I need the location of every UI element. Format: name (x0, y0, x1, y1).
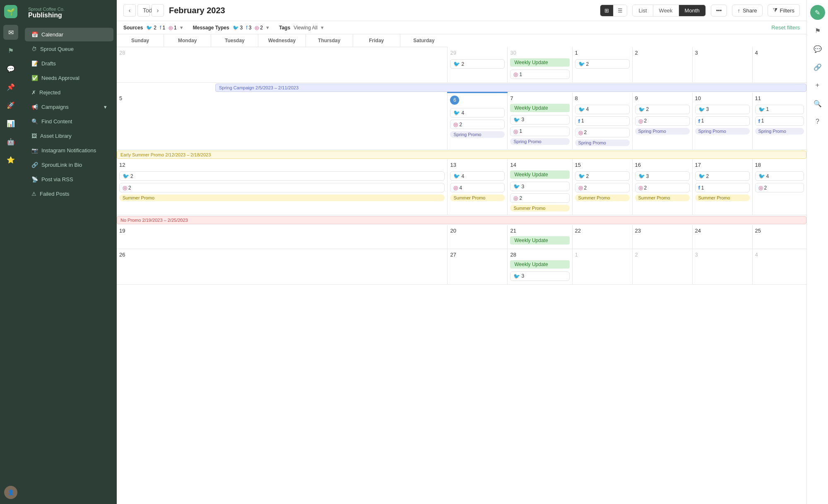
summer-promo-tag[interactable]: Summer Promo (450, 194, 505, 201)
post-badge-tw[interactable]: 🐦 3 (510, 115, 569, 125)
tags-chevron-icon[interactable]: ▾ (321, 24, 324, 31)
next-button[interactable]: › (152, 4, 164, 17)
nav-icon-publishing[interactable]: ✉ (3, 25, 18, 40)
post-badge-ig[interactable]: ◎ 2 (755, 183, 804, 192)
weekly-update-tag[interactable]: Weekly Update (510, 260, 569, 269)
today-button[interactable]: Today (137, 4, 150, 17)
post-badge-tw[interactable]: 🐦 3 (510, 182, 569, 191)
cell-feb-17[interactable]: 17 🐦 2 f 1 Summer Promo (692, 159, 752, 215)
cell-feb-1[interactable]: 1 🐦 2 (572, 47, 632, 83)
add-icon[interactable]: + (810, 78, 825, 93)
sources-chevron-icon[interactable]: ▾ (180, 24, 183, 31)
nav-icon-messages[interactable]: 💬 (3, 61, 18, 76)
cell-feb-14[interactable]: 14 Weekly Update 🐦 3 ◎ 2 Summer Promo (508, 159, 572, 215)
post-badge-tw[interactable]: 🐦 2 (575, 171, 630, 181)
post-badge-ig[interactable]: ◎ 2 (635, 183, 690, 192)
cell-feb-18[interactable]: 18 🐦 4 ◎ 2 (752, 159, 806, 215)
cell-feb-7[interactable]: 7 Weekly Update 🐦 3 ◎ 1 Spring Promo (508, 93, 572, 150)
post-badge-tw[interactable]: 🐦 2 (635, 105, 690, 114)
prev-button[interactable]: ‹ (123, 4, 136, 17)
summer-promo-tag[interactable]: Summer Promo (635, 194, 690, 201)
messages-icon[interactable]: 💬 (810, 41, 825, 56)
post-badge-tw[interactable]: 🐦 4 (450, 171, 505, 181)
post-badge-ig[interactable]: ◎ 4 (450, 183, 505, 192)
cell-jan-28[interactable]: 28 (117, 47, 448, 83)
cell-feb-19[interactable]: 19 (117, 225, 448, 249)
search-icon[interactable]: 🔍 (810, 96, 825, 111)
post-badge-tw[interactable]: 🐦 4 (755, 171, 804, 181)
summer-promo-tag[interactable]: Summer Promo (119, 194, 445, 201)
weekly-update-tag[interactable]: Weekly Update (510, 58, 569, 67)
cell-feb-23[interactable]: 23 (632, 225, 692, 249)
spring-promo-tag[interactable]: Spring Promo (575, 139, 630, 146)
nav-sprout-queue[interactable]: ⏱ Sprout Queue (25, 42, 113, 56)
link-icon[interactable]: 🔗 (810, 60, 825, 74)
nav-needs-approval[interactable]: ✅ Needs Approval (25, 71, 113, 85)
post-badge-tw[interactable]: 🐦 2 (695, 171, 750, 181)
post-badge-ig[interactable]: ◎ 2 (635, 116, 690, 126)
cell-feb-6[interactable]: 6 🐦 4 ◎ 2 Spring Promo (448, 93, 508, 150)
cell-feb-22[interactable]: 22 (572, 225, 632, 249)
compose-button[interactable]: ✎ (810, 5, 825, 20)
nav-sproutlink[interactable]: 🔗 SproutLink in Bio (25, 158, 113, 172)
nav-icon-automation[interactable]: 🤖 (3, 134, 18, 149)
nav-rejected[interactable]: ✗ Rejected (25, 86, 113, 99)
filters-button[interactable]: ⧩ Filters (768, 4, 800, 17)
cell-feb-21[interactable]: 21 Weekly Update (508, 225, 572, 249)
nav-icon-analytics[interactable]: 📊 (3, 116, 18, 131)
cell-feb-8[interactable]: 8 🐦 4 f 1 ◎ 2 Spring Promo (572, 93, 632, 150)
list-tab[interactable]: List (633, 5, 653, 16)
weekly-update-tag[interactable]: Weekly Update (510, 236, 569, 245)
post-badge-tw[interactable]: 🐦 2 (575, 59, 630, 69)
cell-feb-2[interactable]: 2 (632, 47, 692, 83)
nav-calendar[interactable]: 📅 Calendar (25, 28, 113, 41)
nav-failed-posts[interactable]: ⚠ Failed Posts (25, 187, 113, 201)
nav-icon-inbox[interactable]: ⚑ (3, 43, 18, 58)
cell-mar-1[interactable]: 1 (572, 249, 632, 284)
cell-feb-3[interactable]: 3 (692, 47, 752, 83)
summer-promo-tag[interactable]: Summer Promo (510, 205, 569, 211)
month-tab[interactable]: Month (679, 5, 705, 16)
cell-feb-4[interactable]: 4 (752, 47, 806, 83)
post-badge-tw[interactable]: 🐦 1 (755, 105, 804, 114)
post-badge-tw[interactable]: 🐦 3 (510, 271, 569, 281)
nav-icon-ratings[interactable]: ⭐ (3, 152, 18, 167)
summer-promo-tag[interactable]: Summer Promo (695, 194, 750, 201)
nav-icon-compose[interactable]: 🚀 (3, 98, 18, 113)
cell-feb-10[interactable]: 10 🐦 3 f 1 Spring Promo (692, 93, 752, 150)
mt-instagram[interactable]: ◎ 2 (255, 25, 263, 31)
sources-twitter[interactable]: 🐦 2 (146, 25, 156, 31)
nav-campaigns[interactable]: 📢 Campaigns ▾ (25, 100, 113, 114)
cell-feb-13[interactable]: 13 🐦 4 ◎ 4 Summer Promo (448, 159, 508, 215)
sources-facebook[interactable]: f 1 (160, 25, 165, 31)
post-badge-tw[interactable]: 🐦 3 (695, 105, 750, 114)
mt-facebook[interactable]: f 3 (246, 25, 251, 31)
post-badge-ig[interactable]: ◎ 1 (510, 70, 569, 79)
cell-feb-9[interactable]: 9 🐦 2 ◎ 2 Spring Promo (632, 93, 692, 150)
cell-feb-27[interactable]: 27 (448, 249, 508, 284)
cell-mar-4[interactable]: 4 (752, 249, 806, 284)
cell-feb-16[interactable]: 16 🐦 3 ◎ 2 Summer Promo (632, 159, 692, 215)
compact-view-button[interactable]: ⊞ (600, 5, 614, 16)
cell-feb-5[interactable]: 5 (117, 93, 448, 150)
post-badge-fb[interactable]: f 1 (575, 116, 630, 126)
post-badge-tw[interactable]: 🐦 4 (575, 105, 630, 114)
nav-asset-library[interactable]: 🖼 Asset Library (25, 129, 113, 143)
nav-icon-tasks[interactable]: 📌 (3, 79, 18, 94)
post-badge-ig[interactable]: ◎ 2 (510, 193, 569, 203)
more-button[interactable]: ••• (711, 5, 727, 17)
post-badge-ig[interactable]: ◎ 2 (119, 183, 445, 192)
weekly-update-tag[interactable]: Weekly Update (510, 104, 569, 112)
mt-twitter[interactable]: 🐦 3 (233, 25, 243, 31)
spring-promo-tag[interactable]: Spring Promo (695, 128, 750, 134)
spring-promo-tag[interactable]: Spring Promo (635, 128, 690, 134)
cell-feb-28[interactable]: 28 Weekly Update 🐦 3 (508, 249, 572, 284)
mt-chevron-icon[interactable]: ▾ (266, 24, 269, 31)
nav-drafts[interactable]: 📝 Drafts (25, 57, 113, 70)
share-button[interactable]: ↑ Share (732, 5, 762, 17)
nav-post-via-rss[interactable]: 📡 Post via RSS (25, 173, 113, 186)
weekly-update-tag[interactable]: Weekly Update (510, 170, 569, 179)
nav-instagram-notifications[interactable]: 📷 Instagram Notifications (25, 144, 113, 157)
summer-promo-tag[interactable]: Summer Promo (575, 194, 630, 201)
post-badge-tw[interactable]: 🐦 2 (119, 171, 445, 181)
